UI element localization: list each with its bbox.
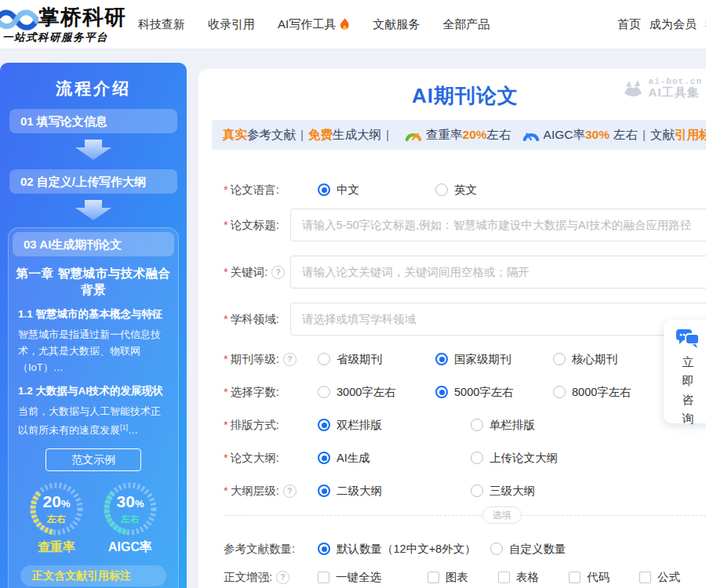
process-sidebar: 流程介绍 01 填写论文信息 02 自定义/上传写作大纲 03 AI生成期刊论文…: [0, 63, 187, 588]
radio-icon[interactable]: [318, 386, 330, 398]
field-label: 关键词:: [231, 265, 268, 280]
radio-icon[interactable]: [318, 485, 330, 497]
checkbox-icon[interactable]: [639, 572, 651, 583]
checkbox-charts[interactable]: 图表: [428, 570, 498, 585]
radio-layout-two-column[interactable]: 双栏排版: [318, 418, 471, 433]
nav-citation[interactable]: 收录引用: [208, 17, 255, 32]
checkbox-code[interactable]: 代码: [569, 570, 639, 585]
paper-title-input[interactable]: [290, 209, 706, 241]
preview-chapter-title: 第一章 智慧城市与技术融合背景: [13, 266, 174, 299]
aigc-rate-value: 30%: [102, 492, 158, 511]
checkbox-select-all[interactable]: 一键全选: [318, 570, 428, 585]
preview-section-1-text: 智慧城市是指通过新一代信息技术，尤其是大数据、物联网（IoT）…: [18, 326, 169, 376]
radio-words-8000[interactable]: 8000字左右: [553, 385, 631, 400]
radio-icon[interactable]: [318, 183, 330, 196]
citation-marker: [1]: [120, 423, 128, 431]
step-3-generate[interactable]: 03 AI生成期刊论文: [13, 232, 174, 256]
radio-icon[interactable]: [318, 419, 330, 431]
optional-label: 选填: [482, 506, 522, 524]
consult-widget[interactable]: 立 即 咨 询: [664, 320, 706, 423]
radio-words-3000[interactable]: 3000字左右: [318, 385, 435, 400]
logo[interactable]: 掌桥科研 一站式科研服务平台: [0, 2, 137, 49]
radio-outline-upload[interactable]: 上传论文大纲: [471, 451, 558, 466]
paw-icon: [622, 78, 644, 98]
radio-outline-ai[interactable]: AI生成: [318, 451, 471, 466]
radio-language-chinese[interactable]: 中文: [318, 183, 435, 198]
radio-icon[interactable]: [435, 353, 448, 365]
radio-icon[interactable]: [471, 419, 483, 431]
radio-level-national[interactable]: 国家级期刊: [435, 352, 553, 367]
checkbox-icon[interactable]: [498, 572, 510, 583]
keywords-input[interactable]: [290, 256, 706, 289]
preview-section-1-title: 1.1 智慧城市的基本概念与特征: [18, 307, 169, 321]
field-label: 大纲层级:: [231, 484, 279, 499]
step-1-fill-info[interactable]: 01 填写论文信息: [9, 109, 177, 133]
top-header: 掌桥科研 一站式科研服务平台 科技查新 收录引用 AI写作工具 文献服务 全部产…: [0, 0, 706, 49]
help-icon[interactable]: ?: [283, 353, 297, 366]
speedometer-blue-icon: [522, 129, 540, 142]
user-nav: 首页 成为会员 我的: [617, 0, 706, 49]
radio-icon[interactable]: [471, 485, 483, 497]
radio-refs-custom[interactable]: 自定义数量: [490, 542, 566, 557]
checkbox-formula[interactable]: 公式: [639, 570, 680, 585]
field-label: 排版方式:: [231, 418, 279, 433]
logo-tagline: 一站式科研服务平台: [2, 31, 108, 45]
sample-paper-button[interactable]: 范文示例: [45, 448, 141, 471]
row-journal-level: *期刊等级:? 省级期刊 国家级期刊 核心期刊: [224, 350, 706, 368]
paper-form: *论文语言: 中文 英文 *论文标题: *关键词:? *学科领域: *期刊等级:…: [224, 180, 706, 586]
help-icon[interactable]: ?: [283, 485, 297, 498]
nav-literature[interactable]: 文献服务: [373, 17, 420, 32]
radio-icon[interactable]: [553, 353, 566, 365]
plagiarism-rate-gauge: 20% 左右 查重率: [26, 481, 87, 556]
checkbox-icon[interactable]: [318, 572, 329, 583]
ai-journal-form-card: ai-bot.cn AI工具集 AI期刊论文 真实参考文献 | 免费生成大纲 |…: [198, 69, 706, 588]
radio-icon[interactable]: [490, 543, 503, 555]
radio-icon[interactable]: [435, 386, 448, 398]
aigc-rate-label: AIGC率: [100, 539, 161, 556]
radio-level-core[interactable]: 核心期刊: [553, 352, 617, 367]
field-label: 参考文献数量:: [224, 542, 295, 557]
checkbox-tables[interactable]: 表格: [498, 570, 569, 585]
radio-icon[interactable]: [553, 386, 566, 398]
nav-all-products[interactable]: 全部产品: [442, 17, 489, 32]
nav-tech-novelty[interactable]: 科技查新: [138, 17, 185, 32]
radio-refs-default[interactable]: 默认数量（12中文+8外文）: [318, 542, 490, 557]
field-label: 选择字数:: [231, 385, 279, 400]
radio-language-english[interactable]: 英文: [435, 183, 477, 198]
field-label: 论文标题:: [231, 218, 279, 233]
main-nav: 科技查新 收录引用 AI写作工具 文献服务 全部产品: [138, 0, 489, 49]
step-2-outline[interactable]: 02 自定义/上传写作大纲: [9, 169, 177, 194]
subject-area-input[interactable]: [290, 303, 706, 336]
radio-icon[interactable]: [318, 353, 330, 365]
help-icon[interactable]: ?: [276, 571, 289, 584]
checkbox-icon[interactable]: [569, 572, 580, 583]
feature-citation-badge[interactable]: 正文含文献引用标注: [20, 565, 166, 586]
radio-level-provincial[interactable]: 省级期刊: [318, 352, 435, 367]
nav-become-member[interactable]: 成为会员: [650, 17, 697, 32]
flame-icon: [340, 18, 350, 31]
radio-layout-one-column[interactable]: 单栏排版: [471, 418, 535, 433]
radio-icon[interactable]: [318, 452, 330, 464]
plagiarism-rate-label: 查重率: [26, 539, 87, 556]
checkbox-icon[interactable]: [428, 572, 439, 583]
plagiarism-rate-approx: 左右: [28, 513, 85, 526]
nav-home[interactable]: 首页: [617, 17, 641, 32]
speedometer-green-icon: [405, 129, 422, 142]
plagiarism-rate-value: 20%: [28, 492, 85, 511]
radio-icon[interactable]: [318, 543, 330, 555]
row-text-enhance: 正文增强:? 一键全选 图表 表格 代码 公式: [224, 568, 706, 586]
radio-icon[interactable]: [435, 183, 448, 196]
help-icon[interactable]: ?: [271, 266, 285, 279]
row-paper-language: *论文语言: 中文 英文: [224, 180, 706, 199]
radio-words-5000[interactable]: 5000字左右: [435, 385, 553, 400]
watermark-name: AI工具集: [649, 86, 702, 100]
radio-depth-three-level[interactable]: 三级大纲: [471, 484, 535, 499]
step-3-panel: 03 AI生成期刊论文 第一章 智慧城市与技术融合背景 1.1 智慧城市的基本概…: [8, 227, 179, 588]
watermark: ai-bot.cn AI工具集: [622, 77, 702, 100]
nav-ai-writing[interactable]: AI写作工具: [278, 17, 350, 32]
row-outline-depth: *大纲层级:? 二级大纲 三级大纲: [224, 481, 706, 500]
field-label: 期刊等级:: [231, 352, 279, 367]
radio-icon[interactable]: [471, 452, 483, 464]
aigc-rate-approx: 左右: [102, 513, 158, 526]
radio-depth-two-level[interactable]: 二级大纲: [318, 484, 471, 499]
